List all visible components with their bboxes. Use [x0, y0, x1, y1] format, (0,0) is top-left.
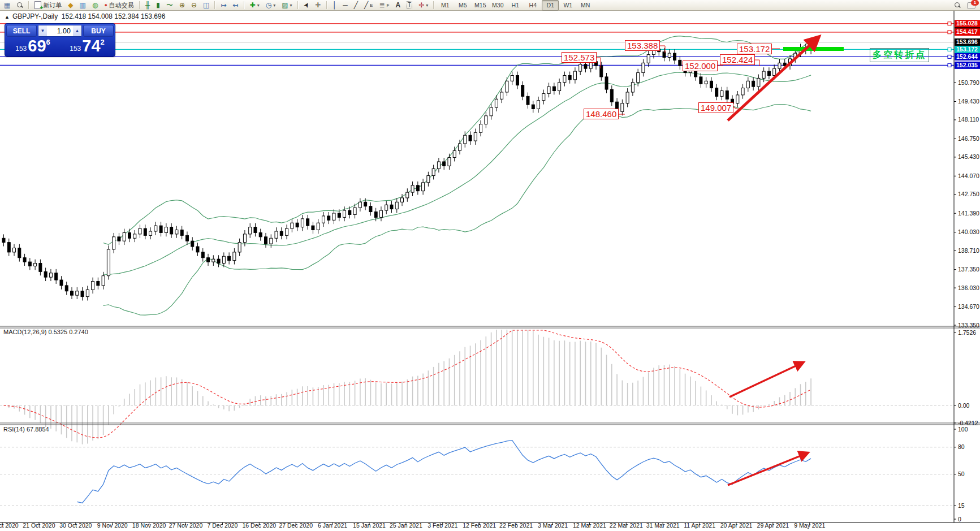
periods-icon[interactable]: ◷▾: [263, 0, 279, 11]
price-tick-label: 134.670: [958, 303, 979, 310]
zoom-out-icon[interactable]: ⊖: [188, 0, 200, 11]
chart-canvas[interactable]: 150.790149.430148.110146.750145.430144.0…: [0, 0, 980, 531]
volume-value[interactable]: 1.00: [47, 25, 73, 36]
price-tick-label: 136.030: [958, 284, 979, 291]
zoom-in-icon[interactable]: ⊕: [176, 0, 188, 11]
new-order-button[interactable]: 新订单: [32, 0, 64, 11]
price-marker-text: 152.644: [956, 53, 978, 60]
tab-timeframe-h1[interactable]: H1: [507, 0, 524, 11]
autotrading-button[interactable]: ● 自动交易: [101, 0, 136, 11]
toolbar: ▦ 新订单 ◆ ▥ ◍ ● 自动交易 ╫ ▮ 〜 ⊕ ⊖ ◫ ↦ ↤ ✚▾ ◷▾…: [0, 0, 980, 11]
price-tick-label: 141.390: [958, 210, 979, 217]
candle-body: [301, 219, 304, 227]
price-tick-label: 140.030: [958, 228, 979, 235]
date-tick-label: 29 Apr 2021: [757, 522, 789, 529]
tab-timeframe-w1[interactable]: W1: [559, 0, 576, 11]
vertical-line-icon[interactable]: │: [330, 0, 340, 11]
candle-body: [485, 116, 487, 124]
search-icon[interactable]: [951, 0, 964, 11]
rsi-tick-label: 50: [958, 470, 965, 477]
equidistant-channel-icon[interactable]: ╱E: [361, 0, 376, 11]
auto-scroll-icon[interactable]: ↦: [218, 0, 229, 11]
candle-body: [222, 256, 225, 263]
candle-body: [55, 273, 58, 280]
candle-body: [401, 198, 404, 202]
bull-bear-turning-point-label[interactable]: 多空转折点: [870, 48, 929, 62]
candle-body: [642, 63, 645, 72]
date-tick-label: 22 Feb 2021: [499, 522, 533, 529]
candle-body: [71, 291, 74, 295]
toolbar-separator: [139, 1, 140, 9]
candle-body: [259, 232, 262, 236]
history-center-icon[interactable]: ◆: [65, 0, 76, 11]
price-annotation[interactable]: 153.388: [625, 40, 660, 51]
candle-body: [443, 162, 446, 166]
tab-timeframe-mn[interactable]: MN: [577, 0, 594, 11]
volume-increase-button[interactable]: ▲: [73, 25, 81, 36]
line-chart-icon[interactable]: 〜: [163, 0, 176, 11]
cursor-icon[interactable]: ➤: [301, 0, 312, 11]
text-icon[interactable]: A: [392, 0, 403, 11]
buy-button[interactable]: BUY: [83, 25, 114, 37]
candle-body: [495, 99, 498, 107]
green-highlight-bar[interactable]: [783, 47, 844, 51]
candle-body: [265, 237, 267, 244]
date-tick-label: 30 Oct 2020: [59, 522, 92, 529]
candle-body: [254, 227, 257, 233]
candle-body: [752, 81, 755, 87]
tab-timeframe-d1[interactable]: D1: [542, 0, 559, 11]
candle-body: [715, 88, 718, 97]
price-annotation[interactable]: 152.000: [683, 61, 718, 71]
date-tick-label: 25 Jan 2021: [390, 522, 422, 529]
tab-timeframe-m15[interactable]: M15: [472, 0, 489, 11]
templates-icon[interactable]: ▨▾: [279, 0, 295, 11]
fibonacci-icon[interactable]: ≣F: [376, 0, 392, 11]
rsi-tick-label: 15: [958, 502, 965, 509]
sell-button[interactable]: SELL: [6, 25, 37, 37]
date-tick-label: 22 Mar 2021: [610, 522, 643, 529]
price-marker-text: 152.035: [956, 62, 978, 68]
toolbar-separator: [244, 1, 245, 9]
trendline-icon[interactable]: ╱: [351, 0, 361, 11]
candle-body: [149, 231, 152, 235]
candle-body: [605, 77, 608, 89]
tab-timeframe-m1[interactable]: M1: [437, 0, 454, 11]
horizontal-line-icon[interactable]: ─: [340, 0, 351, 11]
date-tick-label: 27 Dec 2020: [279, 522, 313, 529]
candle-body: [448, 158, 451, 166]
signals-icon[interactable]: ◍: [89, 0, 101, 11]
tab-timeframe-m5[interactable]: M5: [454, 0, 471, 11]
indicators-add-icon[interactable]: ✚▾: [247, 0, 262, 11]
candle-body: [165, 227, 167, 233]
text-label-icon[interactable]: T: [404, 0, 415, 11]
candle-body: [191, 241, 194, 247]
arrows-icon[interactable]: ✢▾: [416, 0, 431, 11]
price-annotation[interactable]: 152.424: [720, 54, 755, 65]
chart-background: [0, 11, 980, 531]
candle-body: [427, 176, 430, 183]
date-tick-label: 18 Nov 2020: [132, 522, 166, 529]
candlestick-icon[interactable]: ▮: [153, 0, 163, 11]
bar-chart-icon[interactable]: ╫: [143, 0, 153, 11]
price-annotation[interactable]: 153.172: [737, 44, 772, 54]
candle-body: [547, 87, 550, 93]
date-tick-label: 20 Apr 2021: [720, 522, 753, 529]
tab-timeframe-m30[interactable]: M30: [489, 0, 506, 11]
notifications-icon[interactable]: 1: [964, 0, 980, 11]
data-window-icon[interactable]: [14, 0, 26, 11]
price-annotation[interactable]: 152.573: [562, 52, 597, 63]
price-annotation[interactable]: 148.460: [584, 109, 619, 119]
candle-body: [406, 192, 409, 198]
global-variables-icon[interactable]: ▥: [77, 0, 89, 11]
notification-badge: 1: [971, 0, 979, 6]
tab-timeframe-h4[interactable]: H4: [524, 0, 541, 11]
price-annotation[interactable]: 149.007: [698, 102, 733, 113]
tile-windows-icon[interactable]: ◫: [200, 0, 212, 11]
candle-body: [228, 256, 231, 260]
volume-decrease-button[interactable]: ▼: [38, 25, 47, 36]
candle-body: [411, 185, 414, 192]
chart-window-icon[interactable]: ▦: [1, 0, 13, 11]
rsi-tick-label: 0: [958, 516, 961, 523]
crosshair-icon[interactable]: ✛: [313, 0, 324, 11]
chart-shift-icon[interactable]: ↤: [230, 0, 241, 11]
